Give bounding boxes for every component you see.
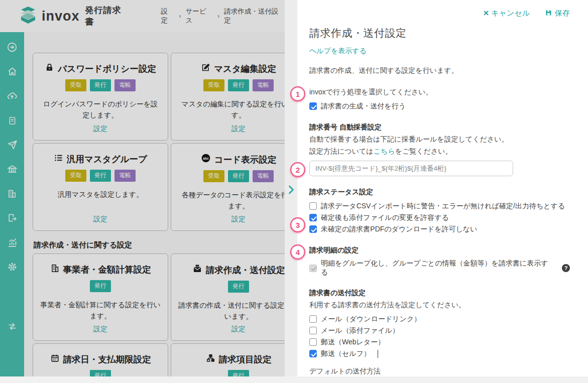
- panel-title: 請求作成・送付設定: [309, 26, 570, 40]
- panel-actions: × キャンセル 保存: [484, 9, 570, 18]
- badge-hakkou: 発行: [90, 370, 111, 376]
- badge-denchou: 電帳: [114, 79, 136, 91]
- chart-icon[interactable]: [0, 230, 24, 255]
- settings-card-area: パスワードポリシー設定 受取 発行 電帳 ログインパスワードのポリシーを設定しま…: [24, 32, 285, 376]
- checkbox-row-group-details: 明細をグループ化し、グループごとの情報（金額等）を請求書に表示する ?: [309, 259, 570, 277]
- chevron-right-icon: ›: [179, 13, 181, 20]
- app-header: invox 発行請求書 設定 › サービス › 請求作成・送付設定: [0, 0, 285, 32]
- switch-icon[interactable]: [0, 314, 24, 339]
- sitemap-icon: [206, 353, 215, 365]
- annotation-circle-2: 2: [290, 162, 305, 177]
- card-description: マスタの編集に関する設定を行います。: [171, 99, 285, 120]
- badge-denchou: 電帳: [114, 170, 136, 182]
- card-invoice-create-send: 請求作成・送付設定 発行 請求書の作成・送付に関する設定を行います。 設定: [171, 253, 285, 341]
- card-settings-link[interactable]: 設定: [33, 215, 168, 224]
- badge-denchou: 電帳: [253, 79, 274, 91]
- card-title: 請求作成・送付設定: [192, 264, 285, 276]
- status-section-title: 請求ステータス設定: [309, 188, 570, 197]
- numbering-line2: 設定方法についてはこちらをご覧ください。: [309, 147, 570, 156]
- card-settings-link[interactable]: 設定: [171, 124, 285, 134]
- card-title: マスタ編集設定: [201, 63, 276, 75]
- checkbox-generate-send[interactable]: [309, 102, 317, 110]
- checkbox-post-webletter[interactable]: [309, 338, 317, 346]
- card-settings-link[interactable]: 設定: [33, 325, 168, 334]
- annotation-circle-1: 1: [290, 86, 305, 101]
- checkbox-row-disallow-pdf-download: 未確定の請求書PDFのダウンロードを許可しない: [309, 224, 570, 234]
- breadcrumb-service[interactable]: サービス: [185, 7, 213, 25]
- badge-hakkou: 発行: [90, 79, 111, 91]
- card-master-edit: マスタ編集設定 受取 発行 電帳 マスタの編集に関する設定を行います。 設定: [171, 53, 285, 141]
- horizontal-scrollbar[interactable]: [0, 376, 588, 383]
- badge-denchou: 電帳: [253, 170, 274, 182]
- app-logo[interactable]: invox 発行請求書: [19, 5, 130, 28]
- kochira-link[interactable]: こちら: [374, 147, 395, 155]
- badge-row: 受取 発行 電帳: [203, 170, 274, 182]
- calendar-icon: [50, 353, 60, 365]
- help-question-icon[interactable]: ?: [562, 264, 570, 272]
- lock-icon: [45, 63, 54, 75]
- panel-gutter: [285, 0, 297, 383]
- badge-hakkou: 発行: [228, 170, 249, 182]
- card-description: ログインパスワードのポリシーを設定します。: [33, 99, 168, 120]
- card-title: abc コード表示設定: [201, 153, 276, 166]
- card-description: 各種データのコード表示設定を行います。: [171, 190, 285, 211]
- numbering-rule-input[interactable]: [309, 161, 513, 176]
- logo-suffix: 発行請求書: [85, 5, 130, 28]
- badge-row: 発行: [90, 370, 111, 376]
- card-description: 汎用マスタを設定します。: [51, 189, 150, 200]
- badge-uketori: 受取: [65, 79, 86, 91]
- settings-gear-icon[interactable]: [0, 254, 24, 279]
- checkbox-mail-attachment[interactable]: [309, 327, 317, 334]
- breadcrumb-settings[interactable]: 設定: [161, 7, 175, 25]
- card-description: 事業者・金額計算に関する設定を行います。: [33, 300, 168, 321]
- send-icon[interactable]: [0, 133, 24, 157]
- checkbox-row-post-webletter: 郵送（Webレター）: [309, 337, 570, 347]
- collapse-panel-chevron-icon[interactable]: [287, 185, 295, 197]
- home-icon[interactable]: [0, 60, 24, 84]
- abc-circle-icon: abc: [201, 153, 211, 166]
- sidebar-nav: [0, 32, 24, 376]
- card-description: 請求書の作成・送付に関する設定を行います。: [171, 300, 285, 322]
- checkbox-row-post-self: 郵送（セルフ）: [309, 348, 570, 359]
- document-export-icon[interactable]: [0, 206, 24, 230]
- badge-uketori: 受取: [65, 170, 86, 182]
- cancel-button[interactable]: × キャンセル: [484, 9, 530, 18]
- close-icon: ×: [484, 9, 489, 18]
- cloud-upload-icon[interactable]: [0, 84, 24, 108]
- help-link[interactable]: ヘルプを表示する: [309, 47, 367, 56]
- go-arrow-icon[interactable]: [0, 35, 24, 60]
- list-icon: [54, 153, 63, 165]
- badge-row: 受取 発行 電帳: [65, 79, 136, 91]
- checkbox-disallow-pdf-download[interactable]: [309, 225, 317, 233]
- card-settings-link[interactable]: 設定: [171, 215, 285, 224]
- annotation-circle-3: 3: [290, 217, 305, 232]
- svg-text:abc: abc: [203, 157, 209, 160]
- chevron-right-icon: ›: [217, 13, 219, 20]
- checkbox-mail-download-link[interactable]: [309, 315, 317, 323]
- card-title: 請求項目設定: [206, 353, 272, 365]
- badge-hakkou: 発行: [90, 170, 111, 182]
- numbering-line1: 自動で採番する場合は下記に採番ルールを設定してください。: [309, 135, 570, 144]
- card-settings-link[interactable]: 設定: [171, 325, 285, 334]
- breadcrumb: 設定 › サービス › 請求作成・送付設定: [161, 7, 285, 25]
- document-icon[interactable]: [0, 108, 24, 133]
- badge-hakkou: 発行: [228, 79, 249, 91]
- badge-hakkou: 発行: [228, 281, 249, 293]
- send-section-title: 請求書の送付設定: [309, 289, 570, 298]
- company-icon[interactable]: [0, 182, 24, 206]
- breadcrumb-current: 請求作成・送付設定: [224, 7, 285, 25]
- checkbox-allow-attachment-change[interactable]: [309, 214, 317, 221]
- invox-logo-icon: [19, 7, 37, 26]
- checkbox-csv-import[interactable]: [309, 202, 317, 210]
- checkbox-post-self[interactable]: [309, 350, 317, 357]
- badge-row: 受取 発行 電帳: [203, 79, 274, 91]
- save-floppy-icon: [545, 9, 552, 18]
- save-button[interactable]: 保存: [545, 9, 570, 18]
- buildings-icon: [50, 264, 60, 276]
- card-settings-link[interactable]: 設定: [33, 124, 168, 134]
- settings-panel: × キャンセル 保存 請求作成・送付設定 ヘルプを表示する 請求書の作成、送付に…: [297, 0, 588, 383]
- process-select-label: invoxで行う処理を選択してください。: [309, 88, 570, 97]
- badge-hakkou: 発行: [90, 280, 111, 292]
- bank-icon[interactable]: [0, 157, 24, 182]
- numbering-section-title: 請求番号 自動採番設定: [309, 123, 570, 132]
